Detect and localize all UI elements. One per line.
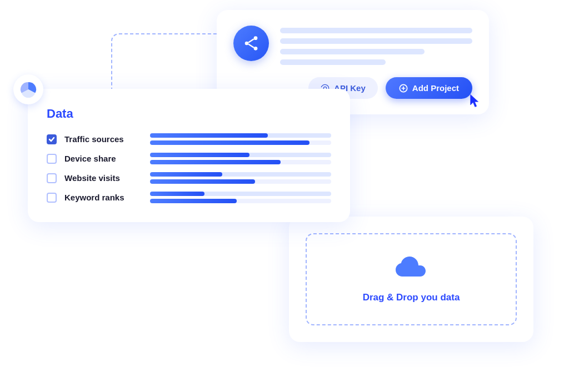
- checkbox-device-share[interactable]: [47, 154, 57, 164]
- add-project-button[interactable]: Add Project: [386, 77, 472, 99]
- row-traffic-sources[interactable]: Traffic sources: [47, 133, 331, 145]
- pie-chart-icon: [13, 74, 43, 104]
- bar-track-2b: [150, 160, 331, 164]
- bar-fill-1b: [150, 140, 310, 145]
- bar-fill-3a: [150, 172, 222, 177]
- data-rows-list: Traffic sources Device share: [47, 133, 331, 203]
- row-website-visits[interactable]: Website visits: [47, 172, 331, 184]
- label-traffic-sources: Traffic sources: [64, 134, 142, 144]
- drop-text: Drag & Drop you data: [363, 292, 460, 303]
- cloud-upload-icon: [393, 255, 429, 282]
- data-card: Data Traffic sources: [28, 89, 350, 222]
- bars-traffic-sources: [150, 133, 331, 145]
- bar-track-4a: [150, 192, 331, 196]
- bar-fill-2a: [150, 153, 249, 157]
- checkbox-traffic-sources[interactable]: [47, 134, 57, 144]
- card-lines: [280, 26, 472, 65]
- bar-fill-4b: [150, 199, 237, 203]
- cursor-icon: [468, 93, 483, 109]
- checkbox-website-visits[interactable]: [47, 173, 57, 183]
- label-website-visits: Website visits: [64, 173, 142, 183]
- bar-track-3a: [150, 172, 331, 177]
- bar-fill-2b: [150, 160, 281, 164]
- bar-track-2a: [150, 153, 331, 157]
- drop-zone[interactable]: Drag & Drop you data: [306, 233, 517, 325]
- svg-point-2: [254, 47, 258, 51]
- share-icon-circle: [233, 26, 269, 61]
- data-card-title: Data: [47, 107, 331, 121]
- bars-device-share: [150, 153, 331, 164]
- bar-track-1b: [150, 140, 331, 145]
- bar-fill-4a: [150, 192, 204, 196]
- bar-track-4b: [150, 199, 331, 203]
- row-keyword-ranks[interactable]: Keyword ranks: [47, 192, 331, 203]
- bar-track-1a: [150, 133, 331, 138]
- line-2: [280, 38, 472, 44]
- bars-keyword-ranks: [150, 192, 331, 203]
- bar-fill-3b: [150, 179, 255, 184]
- bar-track-3b: [150, 179, 331, 184]
- svg-line-4: [248, 44, 254, 48]
- line-3: [280, 49, 425, 54]
- label-keyword-ranks: Keyword ranks: [64, 193, 142, 202]
- svg-line-3: [248, 39, 254, 42]
- bars-website-visits: [150, 172, 331, 184]
- checkbox-keyword-ranks[interactable]: [47, 193, 57, 203]
- drop-card: Drag & Drop you data: [289, 217, 533, 342]
- add-project-label: Add Project: [412, 83, 459, 93]
- row-device-share[interactable]: Device share: [47, 153, 331, 164]
- svg-point-1: [245, 42, 249, 46]
- line-4: [280, 59, 386, 65]
- line-1: [280, 28, 472, 33]
- label-device-share: Device share: [64, 154, 142, 163]
- bar-fill-1a: [150, 133, 268, 138]
- svg-point-0: [254, 36, 258, 40]
